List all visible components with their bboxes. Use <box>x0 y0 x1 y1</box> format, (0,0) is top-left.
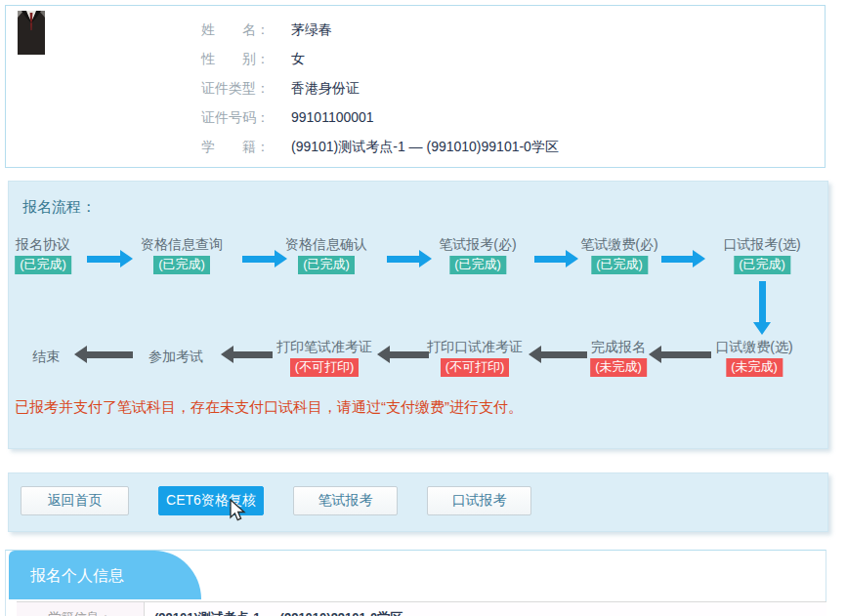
arrow-left-icon <box>377 346 429 363</box>
return-home-button[interactable]: 返回首页 <box>21 486 129 515</box>
step-label: 结束 <box>32 349 60 364</box>
step-label: 笔试缴费(必) <box>580 237 657 252</box>
flow-step-take-exam: 参加考试 <box>148 349 203 364</box>
arrow-right-icon <box>387 250 432 267</box>
flow-title: 报名流程： <box>22 198 96 217</box>
arrow-right-icon <box>661 250 705 267</box>
status-badge: (未完成) <box>726 358 783 377</box>
registration-flow-panel: 报名流程： 报名协议 (已完成) 资格信息查询 (已完成) 资格信息确认 (已完… <box>8 181 828 449</box>
field-value: 香港身份证 <box>291 78 360 98</box>
arrow-left-icon <box>529 346 587 363</box>
step-label: 参加考试 <box>148 349 203 364</box>
field-label: 姓 名： <box>201 20 275 39</box>
row-label: 学籍信息： <box>17 602 145 616</box>
flow-step-finish: 结束 <box>32 349 60 364</box>
arrow-right-icon <box>534 250 578 267</box>
field-value: (99101)测试考点-1 — (991010)99101-0学区 <box>291 137 559 156</box>
flow-step-print-oral-ticket: 打印口试准考证 (不可打印) <box>427 340 523 377</box>
payment-notice: 已报考并支付了笔试科目，存在未支付口试科目，请通过“支付缴费”进行支付。 <box>15 398 523 417</box>
flow-step-written-payment: 笔试缴费(必) (已完成) <box>580 237 657 274</box>
flow-step-oral-payment: 口试缴费(选) (未完成) <box>715 340 792 377</box>
field-label: 学 籍： <box>201 137 275 156</box>
step-label: 笔试报考(必) <box>439 237 516 252</box>
field-value: 女 <box>291 49 305 68</box>
arrow-right-icon <box>87 250 133 267</box>
step-label: 资格信息确认 <box>285 237 367 252</box>
avatar <box>18 11 45 55</box>
field-school-roll: 学 籍：(99101)测试考点-1 — (991010)99101-0学区 <box>201 137 559 166</box>
step-label: 报名协议 <box>15 237 71 252</box>
field-id-type: 证件类型：香港身份证 <box>201 78 559 107</box>
field-gender: 性 别：女 <box>201 49 559 78</box>
cet6-review-button[interactable]: CET6资格复核 <box>158 486 264 515</box>
row-value: (99101)测试考点-1 — (991010)99101-0学区 <box>145 602 826 616</box>
table-row: 学籍信息： (99101)测试考点-1 — (991010)99101-0学区 <box>17 601 826 616</box>
personal-info-tab: 报名个人信息 <box>9 551 201 599</box>
flow-step-agreement: 报名协议 (已完成) <box>15 237 71 274</box>
step-label: 完成报名 <box>590 340 647 354</box>
field-name: 姓 名：茅绿春 <box>201 20 559 49</box>
status-badge: (已完成) <box>734 256 790 274</box>
status-badge: (未完成) <box>590 358 647 377</box>
field-value: 茅绿春 <box>291 20 332 39</box>
status-badge: (已完成) <box>449 256 506 274</box>
field-label: 性 别： <box>201 49 275 68</box>
status-badge: (已完成) <box>15 256 71 274</box>
action-buttons-panel: 返回首页 CET6资格复核 笔试报考 口试报考 <box>8 472 828 532</box>
flow-step-qualification-confirm: 资格信息确认 (已完成) <box>285 237 367 274</box>
step-label: 资格信息查询 <box>141 237 223 252</box>
tab-title: 报名个人信息 <box>30 566 124 587</box>
flow-step-qualification-query: 资格信息查询 (已完成) <box>141 237 223 274</box>
field-value: 99101100001 <box>291 107 374 127</box>
field-id-number: 证件号码：99101100001 <box>201 107 559 137</box>
status-badge: (已完成) <box>298 256 355 274</box>
arrow-left-icon <box>74 346 133 363</box>
step-label: 打印口试准考证 <box>427 340 523 354</box>
personal-info-panel: 报名个人信息 学籍信息： (99101)测试考点-1 — (991010)991… <box>5 550 826 616</box>
flow-step-print-written-ticket: 打印笔试准考证 (不可打印) <box>276 340 372 377</box>
status-badge: (不可打印) <box>441 358 510 377</box>
arrow-right-icon <box>242 250 287 267</box>
flow-step-written-registration: 笔试报考(必) (已完成) <box>439 237 516 274</box>
arrow-down-icon <box>753 281 771 335</box>
status-badge: (已完成) <box>591 256 648 274</box>
cet-registration-page: { "profile": { "fields": [ { "label": "姓… <box>0 0 847 616</box>
arrow-left-icon <box>221 346 273 363</box>
field-label: 证件号码： <box>201 107 275 127</box>
written-exam-register-button[interactable]: 笔试报考 <box>293 486 398 515</box>
profile-panel: 姓 名：茅绿春 性 别：女 证件类型：香港身份证 证件号码：9910110000… <box>5 5 826 168</box>
flow-step-oral-registration: 口试报考(选) (已完成) <box>723 237 800 274</box>
status-badge: (不可打印) <box>290 358 360 377</box>
step-label: 打印笔试准考证 <box>276 340 372 354</box>
status-badge: (已完成) <box>153 256 210 274</box>
step-label: 口试缴费(选) <box>715 340 792 354</box>
profile-fields: 姓 名：茅绿春 性 别：女 证件类型：香港身份证 证件号码：9910110000… <box>201 20 559 166</box>
field-label: 证件类型： <box>201 78 275 98</box>
button-row: 返回首页 CET6资格复核 笔试报考 口试报考 <box>21 486 531 515</box>
step-label: 口试报考(选) <box>723 237 800 252</box>
flow-step-complete-registration: 完成报名 (未完成) <box>590 340 647 377</box>
arrow-left-icon <box>649 346 711 363</box>
oral-exam-register-button[interactable]: 口试报考 <box>427 486 531 515</box>
